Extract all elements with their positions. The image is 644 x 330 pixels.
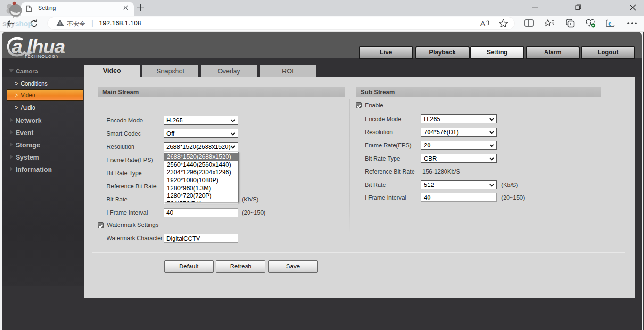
svg-text:a: a (12, 36, 23, 57)
svg-text:A: A (480, 19, 485, 27)
svg-text:e: e (608, 19, 611, 27)
